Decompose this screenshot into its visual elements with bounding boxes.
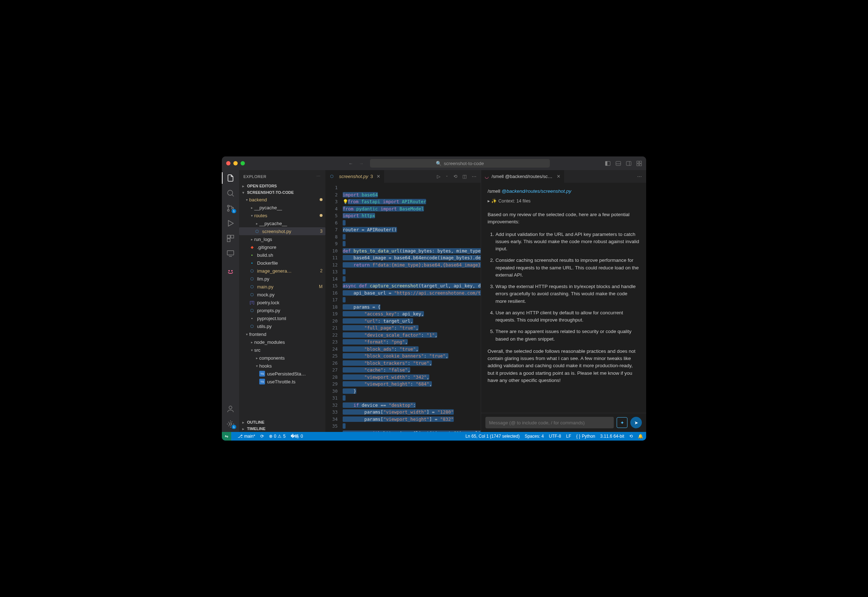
sidebar-more-icon[interactable]: ⋯ [316,174,321,179]
send-button[interactable]: ➤ [630,417,642,428]
folder-components[interactable]: ▸components [239,354,325,362]
outline-section[interactable]: ▸OUTLINE [239,419,325,425]
ports[interactable]: �略0 [291,434,303,440]
file-utils-py[interactable]: ⬡utils.py [239,322,325,330]
toggle-secondary-sidebar-icon[interactable] [626,161,631,166]
notifications-icon[interactable]: 🔔 [638,434,643,439]
ts-icon: TS [259,379,265,385]
file-poetry-lock[interactable]: [T]poetry.lock [239,298,325,306]
copilot-icon[interactable] [226,266,235,275]
file-dockerfile[interactable]: ▪Dockerfile [239,259,325,267]
project-section[interactable]: ▾SCREENSHOT-TO-CODE [239,189,325,196]
run-dropdown-icon[interactable]: ⌄ [445,174,448,179]
file-usethrottle[interactable]: TSuseThrottle.ts [239,378,325,386]
svg-rect-19 [227,251,234,255]
open-editors-section[interactable]: ▸OPEN EDITORS [239,183,325,189]
folder-frontend[interactable]: ▾frontend [239,330,325,338]
scm-badge: 1 [231,209,236,213]
ai-message-input[interactable] [485,417,614,428]
command-echo: /smell @backend/routes/screenshot.py [488,188,640,195]
cursor-position[interactable]: Ln 65, Col 1 (1747 selected) [465,434,519,439]
suggestions-list: Add input validation for the URL and API… [496,231,640,343]
code-editor[interactable]: 1234567891011121314151617181920212223242… [325,183,481,432]
language-mode[interactable]: { }Python [576,434,595,439]
file-mock-py[interactable]: ⬡mock.py [239,291,325,298]
file-main-py[interactable]: ⬡main.pyM [239,283,325,291]
svg-point-12 [228,205,229,207]
close-tab-icon[interactable]: ✕ [377,174,380,179]
file-gitignore[interactable]: ◆.gitignore [239,243,325,251]
ai-panel: ◡ /smell @backend/routes/sc… ✕ ⋯ /smell … [481,170,646,432]
python-icon: ⬡ [249,276,255,282]
ai-response: /smell @backend/routes/screenshot.py ▸ ✨… [481,183,646,413]
search-icon: 🔍 [436,161,442,166]
remote-indicator[interactable]: ⇋ [222,432,231,441]
shell-icon: ▪ [249,252,255,258]
folder-pycache[interactable]: ▸__pycache__ [239,219,325,227]
nav-forward-icon[interactable]: → [359,161,364,166]
more-actions-icon[interactable]: ⋯ [472,174,476,179]
timeline-section[interactable]: ▸TIMELINE [239,425,325,432]
tab-badge: 3 [370,174,373,179]
nav-back-icon[interactable]: ← [349,161,353,166]
maximize-window[interactable] [240,161,245,165]
debug-icon[interactable] [226,219,235,228]
ai-tab[interactable]: ◡ /smell @backend/routes/sc… ✕ [481,170,564,183]
folder-hooks[interactable]: ▾hooks [239,362,325,370]
scm-icon[interactable]: 1 [226,204,235,212]
file-prompts-py[interactable]: ⬡prompts.py [239,306,325,314]
ai-more-icon[interactable]: ⋯ [637,174,642,179]
python-icon: ⬡ [249,323,255,329]
feedback-icon[interactable]: ⟲ [629,434,633,439]
svg-rect-6 [637,161,639,163]
tab-screenshot-py[interactable]: ⬡ screenshot.py 3 ✕ [325,170,384,183]
minimize-window[interactable] [233,161,238,165]
window-controls [226,161,245,165]
settings-icon[interactable]: 1 [226,420,235,428]
file-usepersisted[interactable]: TSusePersistedSta… [239,370,325,378]
python-version[interactable]: 3.11.6 64-bit [600,434,624,439]
folder-pycache[interactable]: ▸__pycache__ [239,203,325,211]
sync-button[interactable]: ⟳ [260,434,264,439]
svg-rect-2 [616,161,621,165]
eol[interactable]: LF [566,434,571,439]
ai-tab-title: /smell @backend/routes/sc… [491,174,552,179]
activity-bar: 1 1 [222,170,239,432]
modified-indicator [320,214,322,217]
code-content[interactable]: import base64 💡from fastapi import APIRo… [343,183,481,432]
toggle-panel-icon[interactable] [616,161,621,166]
sidebar: EXPLORER ⋯ ▸OPEN EDITORS ▾SCREENSHOT-TO-… [239,170,325,432]
file-llm-py[interactable]: ⬡llm.py [239,275,325,283]
modified-indicator [320,198,322,201]
folder-run-logs[interactable]: ▸run_logs [239,235,325,243]
toggle-primary-sidebar-icon[interactable] [605,161,611,166]
lightbulb-icon[interactable]: 💡 [343,198,348,205]
explorer-icon[interactable] [226,174,235,182]
customize-layout-icon[interactable] [637,161,642,166]
problems[interactable]: ⊗0 ⚠5 [269,434,285,439]
folder-backend[interactable]: ▾backend [239,196,325,203]
split-icon[interactable]: ◫ [462,174,467,179]
file-screenshot-py[interactable]: ⬡screenshot.py3 [239,227,325,235]
close-window[interactable] [226,161,230,165]
run-icon[interactable]: ▷ [437,174,441,179]
error-icon: ⊗ [269,434,273,439]
close-ai-tab-icon[interactable]: ✕ [556,174,561,179]
command-center[interactable]: 🔍 screenshot-to-code [370,159,550,168]
file-build-sh[interactable]: ▪build.sh [239,251,325,259]
extensions-icon[interactable] [226,234,235,243]
accounts-icon[interactable] [226,405,235,413]
encoding[interactable]: UTF-8 [549,434,561,439]
git-branch[interactable]: ⎇main* [238,434,255,439]
search-view-icon[interactable] [226,189,235,198]
file-image-gen[interactable]: ⬡image_genera…2 [239,267,325,275]
folder-src[interactable]: ▾src [239,346,325,354]
folder-routes[interactable]: ▾routes [239,211,325,219]
file-pyproject[interactable]: ▪pyproject.toml [239,314,325,322]
diff-icon[interactable]: ⟲ [453,174,457,179]
sparkle-button[interactable]: ✦ [617,417,628,428]
folder-node-modules[interactable]: ▸node_modules [239,338,325,346]
context-line[interactable]: ▸ ✨ Context: 14 files [488,198,640,205]
remote-explorer-icon[interactable] [226,249,235,258]
indentation[interactable]: Spaces: 4 [525,434,544,439]
